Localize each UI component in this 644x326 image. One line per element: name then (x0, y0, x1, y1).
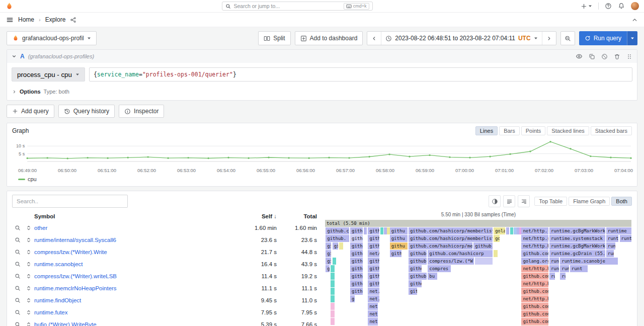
add-to-dashboard-button[interactable]: Add to dashboard (295, 31, 363, 45)
flame-node[interactable]: github.com/c (521, 273, 548, 280)
sandwich-view-icon[interactable] (23, 237, 34, 243)
collapse-query-icon[interactable] (12, 54, 17, 59)
symbol-link[interactable]: other (34, 225, 242, 231)
flame-node[interactable]: git (326, 258, 332, 265)
flame-node[interactable]: runti (606, 235, 619, 242)
time-shift-back-button[interactable] (367, 32, 381, 45)
text-align-left-button[interactable] (503, 195, 515, 207)
run-query-button[interactable]: Run query (579, 31, 627, 45)
flame-node[interactable]: githu (368, 273, 380, 280)
flame-node[interactable]: run (549, 265, 559, 272)
query-history-button[interactable]: Query history (58, 105, 115, 118)
flame-node[interactable]: gith (390, 250, 402, 257)
flame-node[interactable]: githu (368, 227, 380, 234)
flame-node[interactable]: runtime.scanobje (560, 258, 618, 265)
flame-node[interactable]: github.com/hashicorp/memberlist.(* (409, 227, 493, 234)
table-row[interactable]: runtime.findObject 9.45 s 11.0 s (12, 294, 320, 306)
flame-node[interactable]: git (326, 250, 332, 257)
flame-view-flame-graph[interactable]: Flame Graph (569, 197, 610, 206)
search-symbol-icon[interactable] (12, 321, 23, 326)
symbol-link[interactable]: compress/lzw.(*Writer).Write (34, 249, 242, 255)
table-row[interactable]: bufio.(*Writer).WriteByte 5.39 s 7.66 s (12, 318, 320, 326)
run-query-interval-dropdown[interactable] (627, 31, 637, 45)
flame-node[interactable]: net.(* (368, 295, 380, 302)
flame-node[interactable]: githu (368, 265, 380, 272)
inspector-button[interactable]: Inspector (119, 105, 164, 118)
flame-node[interactable]: net.( (368, 318, 378, 325)
search-symbol-icon[interactable] (12, 297, 23, 303)
flame-node[interactable] (331, 295, 335, 302)
flame-node[interactable]: runt (570, 265, 589, 272)
text-align-right-button[interactable] (518, 195, 530, 207)
symbol-link[interactable]: runtime.memclrNoHeapPointers (34, 285, 242, 291)
table-row[interactable]: compress/lzw.(*Writer).Write 21.7 s 44.8… (12, 246, 320, 258)
flame-node[interactable]: github.c (409, 273, 427, 280)
flame-node[interactable]: gi (326, 265, 330, 272)
graph-mode-stacked-lines[interactable]: Stacked lines (547, 126, 589, 135)
flame-node[interactable]: runtime (606, 227, 632, 234)
search-symbol-icon[interactable] (12, 249, 23, 255)
table-row[interactable]: compress/lzw.(*Writer).writeLSB 11.4 s 1… (12, 270, 320, 282)
flame-node[interactable]: bu (428, 273, 438, 280)
sandwich-view-icon[interactable] (23, 273, 34, 279)
flame-node[interactable]: run (560, 265, 569, 272)
flame-node[interactable]: compress/lzw.(*W (428, 258, 474, 265)
datasource-picker[interactable]: grafanacloud-ops-profil (7, 31, 97, 45)
search-symbol-icon[interactable] (12, 273, 23, 279)
flame-node[interactable]: net/http.Har (521, 280, 548, 287)
split-button[interactable]: Split (258, 31, 290, 45)
flame-node[interactable]: git (409, 288, 418, 295)
flame-node[interactable]: gi (350, 295, 355, 302)
flame-node[interactable]: github.com/g (521, 303, 548, 310)
flame-node[interactable]: net/http.(*c (521, 227, 548, 234)
flame-node[interactable]: net.( (368, 310, 378, 317)
color-scheme-toggle[interactable] (489, 195, 501, 207)
table-row[interactable]: runtime.futex 7.95 s 7.95 s (12, 306, 320, 318)
flame-node[interactable]: githu (350, 235, 363, 242)
duplicate-query-icon[interactable] (589, 53, 595, 60)
flame-node[interactable]: githu (350, 258, 363, 265)
flame-node[interactable]: github.com/g (521, 250, 548, 257)
grafana-logo-icon[interactable] (5, 2, 14, 11)
disable-query-icon[interactable] (601, 53, 608, 60)
sandwich-view-icon[interactable] (23, 249, 34, 255)
user-avatar[interactable] (631, 2, 639, 10)
flame-node[interactable]: github.co (409, 258, 427, 265)
flame-node[interactable]: github.cc (409, 250, 427, 257)
column-header-symbol[interactable]: Symbol (34, 213, 242, 219)
column-header-total[interactable]: Total (277, 213, 320, 219)
flame-node[interactable]: runti (606, 242, 616, 250)
flame-node[interactable] (494, 250, 498, 257)
global-search-input[interactable]: Search or jump to... cmd+k (222, 2, 373, 11)
flame-node[interactable]: net/http.Han (521, 242, 548, 250)
flame-node[interactable] (331, 318, 335, 325)
query-ref-id[interactable]: A (20, 53, 25, 60)
sandwich-view-icon[interactable] (23, 297, 34, 303)
flame-node[interactable]: runtime.gcBgMarkWorke (549, 227, 606, 234)
new-menu-button[interactable] (581, 3, 592, 10)
flame-node[interactable]: net.Di (368, 288, 380, 295)
flame-node[interactable] (331, 310, 335, 317)
remove-query-trash-icon[interactable] (614, 53, 620, 60)
flame-node[interactable] (339, 242, 344, 250)
sandwich-view-icon[interactable] (23, 261, 34, 267)
symbol-link[interactable]: runtime/internal/syscall.Syscall6 (34, 237, 242, 243)
flame-node[interactable]: rur (549, 273, 555, 280)
flame-node[interactable]: total (5.50 min) (325, 220, 632, 227)
flame-node[interactable]: runtime.gcBgMarkWorke (549, 242, 606, 250)
flame-node[interactable]: github.com/hashicorp/memberlist.( (409, 235, 493, 242)
flame-node[interactable] (331, 265, 335, 272)
flame-node[interactable]: run (549, 258, 559, 265)
flame-node[interactable]: golang.org/x (521, 258, 548, 265)
flame-node[interactable]: runtime.gcDrain (55.5 (549, 250, 606, 257)
flame-node[interactable]: github. (409, 280, 422, 287)
flame-node[interactable]: git (333, 242, 339, 250)
table-row[interactable]: runtime/internal/syscall.Syscall6 23.6 s… (12, 234, 320, 246)
flame-node[interactable] (331, 288, 335, 295)
table-row[interactable]: runtime.scanobject 16.4 s 43.9 s (12, 258, 320, 270)
chevron-up-icon[interactable] (631, 17, 638, 23)
flame-node[interactable]: net/h (368, 250, 380, 257)
flamegraph-search-input[interactable] (12, 195, 128, 208)
graph-mode-stacked-bars[interactable]: Stacked bars (591, 126, 632, 135)
flame-node[interactable]: github.com/hashicorp (428, 250, 493, 257)
